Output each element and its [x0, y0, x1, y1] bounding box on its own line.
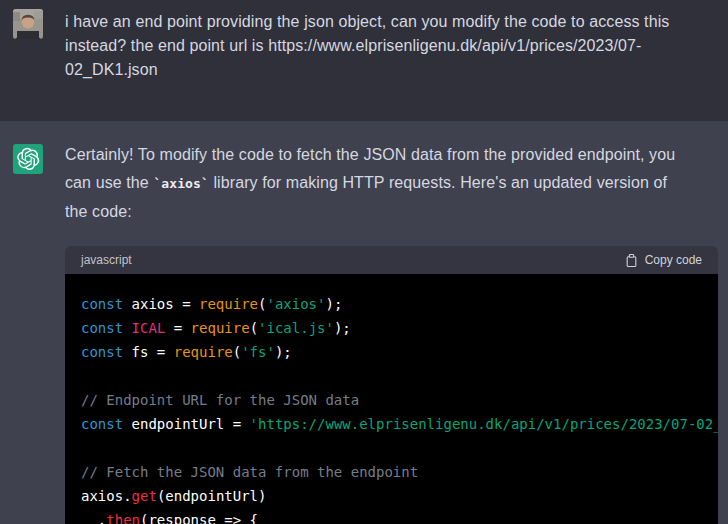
- code-line: // Endpoint URL for the JSON data: [81, 388, 702, 412]
- user-avatar: [13, 9, 43, 39]
- code-line: const fs = require('fs');: [81, 340, 702, 364]
- code-content: const axios = require('axios');const ICA…: [65, 274, 718, 524]
- copy-code-button[interactable]: Copy code: [625, 253, 702, 268]
- openai-logo-icon: [13, 144, 43, 174]
- assistant-message-content: Certainly! To modify the code to fetch t…: [65, 144, 718, 524]
- code-line: [81, 436, 702, 460]
- user-avatar-photo: [13, 9, 43, 39]
- code-line: const axios = require('axios');: [81, 292, 702, 316]
- code-line: // Fetch the JSON data from the endpoint: [81, 460, 702, 484]
- inline-code-axios: `axios`: [153, 176, 209, 191]
- code-line: axios.get(endpointUrl): [81, 484, 702, 508]
- code-line: const endpointUrl = 'https://www.elprise…: [81, 412, 702, 436]
- code-line: [81, 364, 702, 388]
- user-message-row: i have an end point providing the json o…: [0, 0, 728, 120]
- code-line: const ICAL = require('ical.js');: [81, 316, 702, 340]
- chatgpt-avatar: [13, 144, 43, 174]
- code-line: .then(response => {: [81, 508, 702, 524]
- copy-code-label: Copy code: [645, 253, 702, 267]
- user-message-content: i have an end point providing the json o…: [65, 9, 718, 82]
- chat-page: i have an end point providing the json o…: [0, 0, 728, 524]
- code-block-header: javascript Copy code: [65, 246, 718, 274]
- assistant-message-text: Certainly! To modify the code to fetch t…: [65, 141, 718, 226]
- code-language-label: javascript: [81, 253, 132, 267]
- user-message-text: i have an end point providing the json o…: [65, 10, 718, 82]
- code-block: javascript Copy code const axios = requi…: [65, 246, 718, 524]
- assistant-message-row: Certainly! To modify the code to fetch t…: [0, 120, 728, 524]
- clipboard-icon: [625, 253, 638, 268]
